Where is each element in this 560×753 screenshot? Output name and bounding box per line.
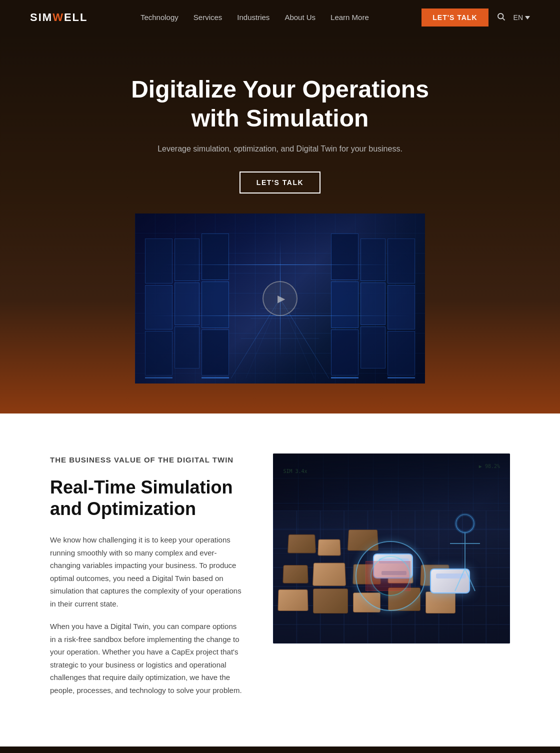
logo[interactable]: SIMWELL: [30, 11, 88, 24]
language-label: EN: [514, 14, 523, 22]
nav-item-about[interactable]: About Us: [284, 13, 316, 22]
nav-item-industries[interactable]: Industries: [237, 13, 270, 22]
two-col-layout: The Business Value of the Digital Twin R…: [50, 454, 510, 706]
navbar: SIMWELL Technology Services Industries A…: [0, 0, 560, 35]
text-column: The Business Value of the Digital Twin R…: [50, 454, 243, 706]
nav-link-industries[interactable]: Industries: [237, 13, 270, 22]
logo-sim: SIM: [30, 11, 52, 24]
nav-right: LET'S TALK EN: [422, 8, 530, 26]
logo-w: W: [52, 11, 64, 24]
language-selector[interactable]: EN: [514, 14, 530, 22]
section-paragraph-1: We know how challenging it is to keep yo…: [50, 534, 243, 610]
svg-point-0: [498, 14, 504, 19]
nav-item-technology[interactable]: Technology: [140, 13, 178, 22]
svg-line-15: [455, 568, 465, 591]
nav-link-learn[interactable]: Learn More: [330, 13, 369, 22]
svg-line-16: [465, 568, 475, 591]
hero-headline: Digitalize Your Operations with Simulati…: [130, 75, 430, 132]
logo-ell: ELL: [64, 11, 88, 24]
nav-item-learn[interactable]: Learn More: [330, 13, 369, 22]
nav-cta-button[interactable]: LET'S TALK: [422, 8, 488, 26]
search-icon[interactable]: [496, 12, 506, 24]
nav-links: Technology Services Industries About Us …: [140, 13, 369, 22]
nav-link-technology[interactable]: Technology: [140, 13, 178, 22]
image-column: ▶ 98.2% SIM 3.4x: [273, 454, 510, 644]
svg-line-1: [502, 18, 504, 20]
digital-twin-section: The Business Value of the Digital Twin R…: [0, 414, 560, 746]
logo-text: SIMWELL: [30, 11, 88, 24]
nav-link-services[interactable]: Services: [194, 13, 222, 22]
section-tag: The Business Value of the Digital Twin: [50, 454, 243, 466]
section-paragraph-2: When you have a Digital Twin, you can co…: [50, 620, 243, 696]
nav-link-about[interactable]: About Us: [284, 13, 316, 22]
warehouse-visual: [135, 214, 425, 384]
hero-image: [135, 214, 425, 384]
section-heading: Real-Time Simulation and Optimization: [50, 476, 243, 520]
robot-warehouse-visual: ▶ 98.2% SIM 3.4x: [273, 454, 510, 644]
hero-cta-button[interactable]: LET'S TALK: [240, 172, 320, 194]
hero-section: Digitalize Your Operations with Simulati…: [0, 35, 560, 414]
nav-item-services[interactable]: Services: [194, 13, 222, 22]
play-button-icon[interactable]: [262, 281, 298, 316]
hero-subtext: Leverage simulation, optimization, and D…: [30, 144, 530, 154]
